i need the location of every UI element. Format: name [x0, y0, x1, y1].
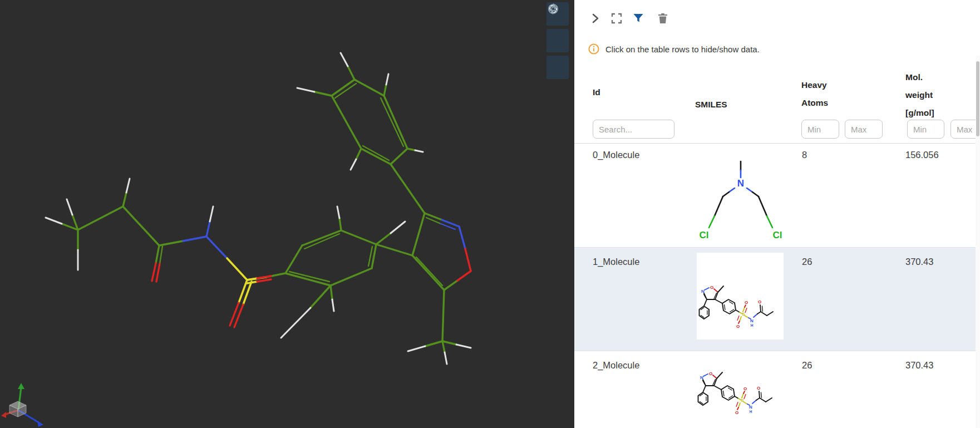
vertical-scrollbar[interactable] — [976, 56, 980, 428]
molecule-2d-structure: N Cl Cl — [692, 157, 790, 245]
svg-text:N: N — [737, 178, 744, 189]
heavy-atoms-max-input[interactable] — [845, 120, 883, 139]
row-mol-weight: 370.43 — [905, 360, 933, 371]
id-search-input[interactable] — [593, 120, 674, 139]
row-id: 1_Molecule — [593, 257, 639, 267]
filter-button[interactable] — [632, 12, 645, 25]
sliders-icon — [546, 2, 560, 16]
heavy-atoms-min-input[interactable] — [801, 120, 839, 139]
column-header-mol-weight[interactable]: Mol. weight [g/mol] — [905, 68, 948, 122]
app-window: Click on the table rows to hide/show dat… — [0, 0, 980, 428]
screenshot-button[interactable] — [546, 29, 569, 52]
column-header-id[interactable]: Id — [593, 83, 600, 101]
row-id: 2_Molecule — [593, 360, 639, 371]
table-panel: Click on the table rows to hide/show dat… — [574, 0, 980, 428]
column-header-heavy-atoms[interactable]: Heavy Atoms — [801, 76, 845, 112]
row-id: 0_Molecule — [593, 150, 639, 160]
row-heavy-atoms: 8 — [802, 150, 807, 160]
axes-gizmo — [1, 383, 43, 427]
molecule-image-box — [697, 253, 784, 340]
table-row[interactable]: 0_Molecule 8 156.056 N Cl Cl — [574, 143, 976, 247]
row-heavy-atoms: 26 — [802, 257, 812, 267]
column-header-smiles[interactable]: SMILES — [695, 96, 727, 114]
collapse-panel-button[interactable] — [588, 12, 602, 25]
row-mol-weight: 156.056 — [905, 150, 939, 160]
molecule-3d-sticks — [0, 0, 574, 428]
molecule-2d-structure — [697, 365, 781, 424]
molecule-3d-viewer[interactable] — [0, 0, 574, 428]
row-heavy-atoms: 26 — [802, 360, 812, 371]
row-mol-weight: 370.43 — [905, 257, 933, 267]
svg-text:Cl: Cl — [773, 230, 782, 240]
filter-icon — [632, 12, 645, 25]
table-row[interactable]: 2_Molecule 26 370.43 — [574, 351, 976, 428]
viewer-toolbar — [546, 2, 569, 79]
molecule-2d-structure — [698, 278, 782, 337]
fullscreen-icon — [610, 12, 623, 25]
table-row[interactable]: 1_Molecule 26 370.43 — [574, 247, 976, 351]
fullscreen-button[interactable] — [610, 12, 623, 25]
info-text: Click on the table rows to hide/show dat… — [605, 45, 760, 54]
info-icon — [588, 43, 599, 55]
scrollbar-thumb[interactable] — [976, 61, 979, 136]
chevron-right-icon — [588, 12, 602, 25]
svg-text:Cl: Cl — [700, 230, 709, 240]
info-banner: Click on the table rows to hide/show dat… — [588, 43, 760, 55]
trash-icon — [656, 12, 669, 25]
mol-weight-min-input[interactable] — [907, 120, 944, 139]
settings-button[interactable] — [546, 56, 569, 79]
delete-button[interactable] — [656, 12, 669, 25]
